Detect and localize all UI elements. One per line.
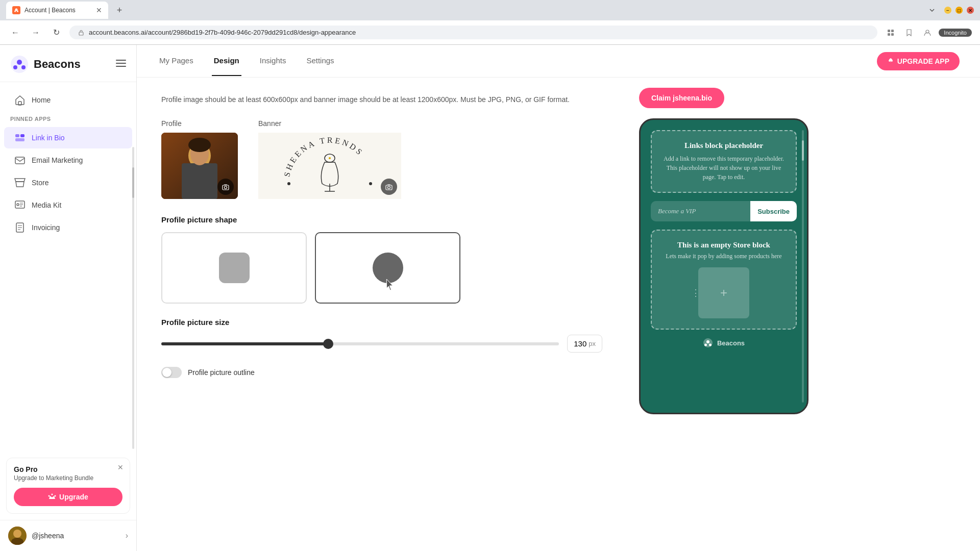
account-chevron-icon: ›	[126, 531, 128, 540]
pinned-section: PINNED APPS	[0, 112, 136, 126]
size-slider[interactable]	[161, 342, 559, 345]
claim-bio-button[interactable]: Claim jsheena.bio	[639, 88, 724, 108]
store-image-placeholder: +	[698, 267, 749, 318]
sidebar-item-link-in-bio[interactable]: Link in Bio	[4, 127, 132, 148]
links-block-placeholder[interactable]: Links block placeholder Add a link to re…	[651, 130, 797, 193]
sidebar-item-invoicing-label: Invoicing	[32, 223, 60, 232]
svg-rect-36	[182, 163, 217, 199]
browser-action-buttons: Incognito	[884, 26, 972, 40]
bookmark-icon[interactable]	[902, 26, 916, 40]
store-block-title: This is an empty Store block	[660, 241, 788, 249]
profile-image-container	[161, 133, 238, 199]
sidebar-header: Beacons	[0, 45, 136, 82]
close-tab-button[interactable]: ✕	[96, 6, 102, 14]
url-text: account.beacons.ai/account/2986bd19-2f7b…	[89, 29, 356, 36]
title-bar: Account | Beacons ✕ + − □ ✕	[0, 0, 980, 20]
shape-option-rounded[interactable]	[161, 232, 307, 304]
sidebar-item-store-label: Store	[32, 179, 48, 187]
refresh-button[interactable]: ↻	[49, 26, 63, 40]
content-area: Profile image should be at least 600x600…	[137, 78, 980, 424]
sidebar-item-invoicing[interactable]: Invoicing	[4, 217, 132, 238]
banner-image-section: Banner SHEENA TRENDS	[258, 119, 401, 199]
lock-icon	[78, 29, 85, 36]
browser-tab[interactable]: Account | Beacons ✕	[6, 2, 108, 19]
rocket-icon	[887, 58, 894, 65]
new-tab-button[interactable]: +	[112, 3, 127, 17]
sidebar-item-media-kit-label: Media Kit	[32, 201, 61, 209]
banner-label: Banner	[258, 119, 401, 128]
extensions-icon[interactable]	[884, 26, 898, 40]
svg-rect-39	[223, 185, 229, 190]
svg-rect-14	[116, 60, 126, 61]
svg-point-11	[17, 60, 22, 65]
design-panel: Profile image should be at least 600x600…	[137, 78, 627, 424]
tab-settings[interactable]: Settings	[304, 46, 336, 76]
sidebar-item-store[interactable]: Store	[4, 172, 132, 193]
scroll-indicator	[802, 140, 804, 161]
close-button[interactable]: ✕	[967, 7, 974, 14]
profile-shape-section: Profile picture shape	[161, 215, 602, 304]
svg-point-31	[890, 60, 891, 62]
app-layout: Beacons Home PINNED APPS	[0, 45, 980, 551]
size-value[interactable]: 130	[574, 339, 586, 348]
tab-insights[interactable]: Insights	[258, 46, 288, 76]
svg-point-47	[287, 182, 290, 185]
svg-point-53	[704, 344, 707, 346]
upgrade-button[interactable]: Upgrade	[14, 488, 122, 506]
slider-thumb[interactable]	[323, 339, 333, 349]
browser-chrome: Account | Beacons ✕ + − □ ✕ ← → ↻ accoun…	[0, 0, 980, 45]
phone-footer: Beacons	[651, 338, 797, 348]
sidebar-toggle-button[interactable]	[116, 60, 126, 69]
store-plus-icon: +	[720, 286, 727, 300]
profile-shape-label: Profile picture shape	[161, 215, 602, 224]
svg-point-27	[55, 495, 56, 497]
size-input-box: 130 px	[567, 335, 602, 353]
shape-options	[161, 232, 602, 304]
email-placeholder-text[interactable]: Become a VIP	[651, 201, 750, 221]
minimize-button[interactable]: −	[944, 7, 951, 14]
svg-rect-15	[116, 63, 126, 64]
email-icon	[14, 155, 26, 166]
toggle-thumb	[162, 368, 172, 377]
forward-button[interactable]: →	[29, 26, 43, 40]
phone-scrollbar	[802, 130, 804, 403]
user-account[interactable]: @jsheena ›	[0, 520, 136, 551]
subscribe-button[interactable]: Subscribe	[750, 201, 797, 221]
beacons-footer-logo-icon	[703, 338, 713, 348]
banner-image: SHEENA TRENDS	[258, 133, 401, 199]
profile-image-section: Profile	[161, 119, 238, 199]
crown-icon	[48, 493, 56, 501]
tab-my-pages[interactable]: My Pages	[157, 46, 195, 76]
profile-outline-row: Profile picture outline	[161, 367, 602, 378]
profile-outline-toggle[interactable]	[161, 367, 182, 378]
maximize-button[interactable]: □	[955, 7, 963, 14]
sidebar-item-link-in-bio-label: Link in Bio	[32, 134, 65, 142]
upgrade-app-button[interactable]: UPGRADE APP	[877, 52, 960, 70]
sidebar-scroll-thumb	[132, 167, 134, 198]
svg-point-13	[21, 65, 26, 69]
upgrade-app-btn-label: UPGRADE APP	[897, 57, 949, 65]
profile-icon[interactable]	[920, 26, 935, 40]
sidebar-item-email-marketing[interactable]: Email Marketing	[4, 149, 132, 171]
address-input[interactable]: account.beacons.ai/account/2986bd19-2f7b…	[69, 26, 877, 39]
svg-rect-8	[891, 33, 894, 36]
upgrade-btn-label: Upgrade	[59, 493, 88, 501]
tab-design[interactable]: Design	[212, 46, 241, 76]
shape-option-circle[interactable]	[315, 232, 460, 304]
svg-point-48	[369, 182, 372, 185]
go-pro-subtitle: Upgrade to Marketing Bundle	[14, 474, 122, 482]
media-kit-icon	[14, 199, 26, 211]
beacons-logo[interactable]: Beacons	[10, 55, 81, 73]
tab-dropdown-icon[interactable]	[928, 6, 936, 14]
svg-rect-19	[20, 134, 24, 137]
sidebar-item-media-kit[interactable]: Media Kit	[4, 194, 132, 216]
go-pro-close-button[interactable]: ✕	[115, 462, 126, 472]
tab-title: Account | Beacons	[24, 7, 76, 14]
sidebar-item-home-label: Home	[32, 96, 51, 104]
store-block[interactable]: This is an empty Store block Lets make i…	[651, 230, 797, 330]
profile-label: Profile	[161, 119, 238, 128]
svg-rect-4	[79, 32, 83, 35]
svg-rect-49	[386, 185, 392, 190]
back-button[interactable]: ←	[8, 26, 22, 40]
sidebar-item-home[interactable]: Home	[4, 89, 132, 111]
